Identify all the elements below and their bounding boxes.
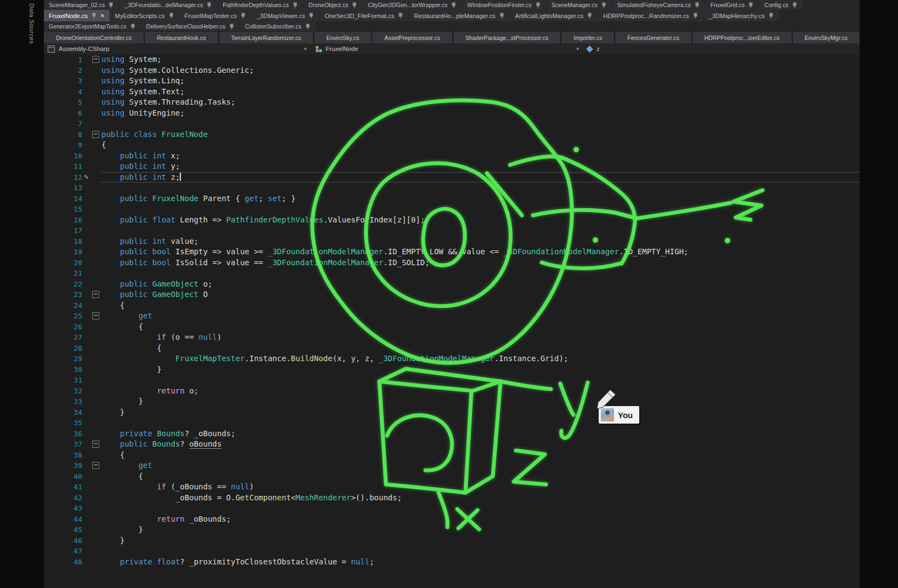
code-line[interactable]: } — [101, 524, 143, 535]
code-line[interactable]: } — [101, 535, 124, 546]
fold-marker[interactable] — [92, 56, 99, 63]
pin-icon[interactable] — [130, 24, 136, 30]
code-line[interactable]: using UnityEngine; — [101, 108, 185, 119]
line-number[interactable]: 48 — [44, 557, 82, 568]
tab-fencesgenerator-cs[interactable]: FencesGenerator.cs — [615, 32, 691, 43]
code-line[interactable]: return _oBounds; — [101, 514, 231, 525]
code-editor[interactable]: 1using System;2using System.Collections.… — [44, 54, 860, 588]
line-number[interactable]: 23 — [44, 289, 82, 300]
line-number[interactable]: 46 — [44, 535, 82, 546]
tab-3dfoundatio-delmanager-cs[interactable]: _3DFoundatio...delManager.cs — [120, 0, 217, 10]
line-number[interactable]: 31 — [44, 375, 82, 386]
tab-config-cs[interactable]: Config.cs — [759, 0, 803, 10]
line-number[interactable]: 17 — [44, 225, 82, 236]
code-line[interactable]: _oBounds = O.GetComponent<MeshRenderer>(… — [101, 493, 402, 504]
line-number[interactable]: 39 — [44, 460, 82, 471]
tab-envirosky-cs[interactable]: EnviroSky.cs — [314, 32, 371, 43]
line-number[interactable]: 36 — [44, 429, 82, 439]
pin-icon[interactable] — [305, 24, 311, 30]
line-number[interactable]: 6 — [44, 108, 82, 119]
tab-3dmapviewer-cs[interactable]: _3DMapViewer.cs — [252, 10, 319, 21]
project-dropdown[interactable]: Assembly-CSharp ▾ — [44, 43, 311, 54]
tab-shaderpackage-stprocessor-cs[interactable]: ShaderPackage...stProcessor.cs — [453, 32, 561, 43]
code-line[interactable]: public GameObject O — [101, 289, 208, 300]
code-line[interactable]: private Bounds? _oBounds; — [101, 429, 235, 439]
pin-icon[interactable] — [293, 2, 298, 8]
pin-icon[interactable] — [169, 13, 174, 19]
line-number[interactable]: 24 — [44, 300, 82, 311]
tab-assetpreprocessor-cs[interactable]: AssetPreprocessor.cs — [372, 32, 452, 43]
line-number[interactable]: 32 — [44, 386, 82, 397]
tab-enviroskymgr-cs[interactable]: EnviroSkyMgr.cs — [793, 32, 860, 43]
code-line[interactable]: public Bounds? oBounds — [101, 439, 221, 450]
line-number[interactable]: 14 — [44, 193, 82, 204]
line-number[interactable]: 3 — [44, 76, 82, 87]
pin-icon[interactable] — [693, 13, 698, 19]
tab-scenemanager-02-cs[interactable]: SceneManager_02.cs — [44, 0, 119, 10]
code-line[interactable]: public int value; — [101, 236, 198, 247]
tab-fruxelgrid-cs[interactable]: FruxelGrid.cs — [706, 0, 759, 10]
pin-icon[interactable] — [792, 2, 798, 8]
tab-windowpositionfinder-cs[interactable]: WindowPositionFinder.cs — [462, 0, 545, 10]
code-line[interactable]: get — [101, 460, 152, 471]
line-number[interactable]: 1 — [44, 54, 82, 65]
line-number[interactable]: 4 — [44, 87, 82, 98]
code-line[interactable]: FruxelMapTester.Instance.BuildNode(x, y,… — [101, 353, 568, 364]
code-line[interactable]: using System; — [101, 54, 162, 65]
line-number[interactable]: 18 — [44, 236, 82, 247]
line-number[interactable]: 26 — [44, 322, 82, 333]
code-line[interactable]: } — [101, 364, 162, 375]
code-line[interactable]: return o; — [101, 386, 198, 397]
line-number[interactable]: 8 — [44, 129, 82, 140]
line-number[interactable]: 44 — [44, 514, 82, 525]
pin-icon[interactable] — [769, 13, 774, 19]
pin-icon[interactable] — [229, 24, 235, 30]
line-number[interactable]: 11 — [44, 161, 82, 172]
line-number[interactable]: 41 — [44, 482, 82, 493]
pin-icon[interactable] — [451, 2, 457, 8]
data-sources-tab[interactable]: Data Sources — [29, 3, 35, 44]
pin-icon[interactable] — [695, 2, 700, 8]
pin-icon[interactable] — [499, 13, 505, 19]
pin-icon[interactable] — [748, 2, 754, 8]
tab-scenemanager-cs[interactable]: SceneManager.cs — [547, 0, 612, 10]
code-line[interactable]: public int x; — [101, 151, 180, 162]
code-line[interactable]: public int z; — [101, 172, 181, 183]
code-line[interactable]: get — [101, 311, 152, 322]
line-number[interactable]: 27 — [44, 332, 82, 343]
line-number[interactable]: 16 — [44, 215, 82, 226]
line-number[interactable]: 22 — [44, 279, 82, 290]
tab-myeditorscripts-cs[interactable]: MyEditorScripts.cs — [110, 10, 179, 21]
code-line[interactable]: { — [101, 471, 143, 482]
line-number[interactable]: 33 — [44, 396, 82, 407]
code-line[interactable]: public class FruxelNode — [101, 129, 208, 140]
line-number[interactable]: 35 — [44, 418, 82, 429]
line-number[interactable]: 34 — [44, 407, 82, 418]
tab-fruxelnode-cs[interactable]: FruxelNode.cs× — [44, 10, 110, 21]
code-line[interactable]: } — [101, 396, 143, 407]
line-number[interactable]: 19 — [44, 247, 82, 258]
code-line[interactable]: public bool IsSolid => value == _3DFound… — [101, 258, 429, 269]
pin-icon[interactable] — [587, 13, 593, 19]
fold-marker[interactable] — [92, 441, 99, 448]
tab-collisionsubscriber-cs[interactable]: CollisionSubscriber.cs — [240, 21, 316, 31]
line-number[interactable]: 13 — [44, 182, 82, 193]
code-line[interactable]: { — [101, 140, 106, 151]
tab-hdrppostproc-izereditor-cs[interactable]: HDRPPostproc...izerEditor.cs — [692, 32, 792, 43]
line-number[interactable]: 38 — [44, 450, 82, 461]
tab-hdrppostproc-randomizer-cs[interactable]: HDRPPostproc...Randomizer.cs — [598, 10, 703, 21]
pin-icon[interactable] — [352, 2, 357, 8]
tab-3dmaphierarchy-cs[interactable]: _3DMapHierarchy.cs — [704, 10, 779, 21]
code-line[interactable]: using System.Collections.Generic; — [101, 65, 254, 76]
tab-pathfinderdepthvalues-cs[interactable]: PathfinderDepthValues.cs — [218, 0, 303, 10]
tab-restauranthook-cs[interactable]: RestaurantHook.cs — [145, 32, 218, 43]
code-line[interactable]: { — [101, 343, 162, 354]
tab-importer-cs[interactable]: Importer.cs — [561, 32, 614, 43]
tab-droneobject-cs[interactable]: DroneObject.cs — [304, 0, 362, 10]
code-line[interactable]: using System.Linq; — [101, 76, 185, 87]
pin-icon[interactable] — [309, 13, 314, 19]
code-line[interactable]: private float? _proximityToClosestObstac… — [101, 557, 374, 568]
code-line[interactable]: public bool IsEmpty => value >= _3DFound… — [101, 247, 689, 258]
line-number[interactable]: 2 — [44, 65, 82, 76]
code-line[interactable]: using System.Text; — [101, 87, 185, 98]
